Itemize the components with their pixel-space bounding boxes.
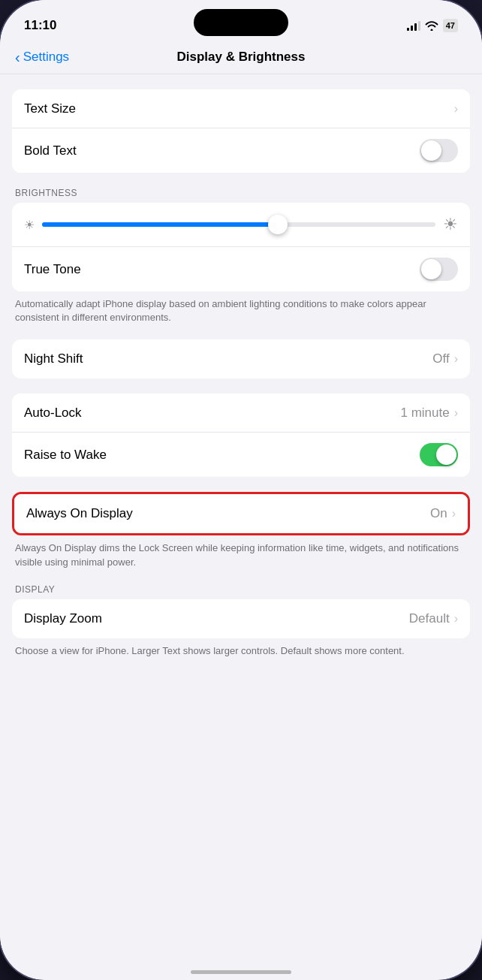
brightness-section: BRIGHTNESS ☀ ☀ — [12, 188, 470, 324]
night-shift-value: Off — [432, 351, 449, 366]
night-shift-chevron-icon: › — [454, 352, 458, 366]
phone-frame: 11:10 47 — [0, 0, 482, 980]
display-zoom-label: Display Zoom — [24, 611, 102, 626]
text-section: Text Size › Bold Text — [12, 89, 470, 173]
slider-thumb[interactable] — [268, 215, 288, 234]
text-size-chevron-icon: › — [454, 102, 458, 116]
signal-bars-icon — [407, 20, 420, 31]
display-zoom-chevron-icon: › — [454, 612, 458, 626]
always-on-display-label: Always On Display — [26, 506, 133, 521]
always-on-display-value: On — [430, 506, 447, 521]
lock-section: Auto-Lock 1 minute › Raise to Wake — [12, 394, 470, 477]
bold-text-toggle[interactable] — [420, 139, 458, 162]
night-shift-label: Night Shift — [24, 351, 83, 366]
bold-text-toggle-thumb — [421, 140, 441, 161]
home-indicator — [191, 970, 291, 974]
signal-bar-2 — [411, 26, 413, 31]
signal-bar-3 — [414, 23, 417, 31]
status-icons: 47 — [407, 19, 458, 32]
text-size-right: › — [454, 102, 458, 116]
page-title: Display & Brightness — [177, 50, 306, 65]
nav-header: ‹ Settings Display & Brightness — [0, 41, 482, 74]
raise-to-wake-toggle[interactable] — [420, 443, 458, 466]
auto-lock-value: 1 minute — [400, 406, 449, 421]
auto-lock-right: 1 minute › — [400, 406, 458, 421]
raise-to-wake-toggle-thumb — [436, 445, 456, 465]
battery-level: 47 — [446, 21, 455, 30]
display-zoom-right: Default › — [409, 611, 458, 626]
back-label: Settings — [23, 50, 69, 65]
true-tone-description: Automatically adapt iPhone display based… — [12, 291, 470, 324]
raise-to-wake-label: Raise to Wake — [24, 448, 107, 463]
night-shift-section: Night Shift Off › — [12, 339, 470, 378]
auto-lock-row[interactable]: Auto-Lock 1 minute › — [12, 394, 470, 433]
status-time: 11:10 — [24, 18, 56, 33]
text-card: Text Size › Bold Text — [12, 89, 470, 173]
night-shift-row[interactable]: Night Shift Off › — [12, 339, 470, 378]
always-on-display-right: On › — [430, 506, 456, 521]
display-zoom-description: Choose a view for iPhone. Larger Text sh… — [12, 638, 470, 658]
night-shift-right: Off › — [432, 351, 458, 366]
dynamic-island — [194, 9, 288, 36]
always-on-display-description: Always On Display dims the Lock Screen w… — [12, 535, 470, 568]
bold-text-label: Bold Text — [24, 143, 77, 158]
brightness-card: ☀ ☀ True Tone — [12, 203, 470, 291]
always-on-display-row[interactable]: Always On Display On › — [14, 494, 468, 533]
signal-bar-1 — [407, 28, 409, 31]
back-button[interactable]: ‹ Settings — [15, 50, 69, 65]
auto-lock-label: Auto-Lock — [24, 406, 82, 421]
back-chevron-icon: ‹ — [15, 50, 20, 65]
sun-small-icon: ☀ — [24, 218, 35, 232]
always-on-display-chevron-icon: › — [452, 507, 456, 520]
true-tone-label: True Tone — [24, 262, 81, 277]
bottom-spacer — [0, 658, 482, 688]
signal-bar-4 — [418, 21, 420, 31]
display-zoom-row[interactable]: Display Zoom Default › — [12, 599, 470, 638]
raise-to-wake-row: Raise to Wake — [12, 433, 470, 477]
true-tone-row: True Tone — [12, 247, 470, 291]
always-on-display-card: Always On Display On › — [12, 492, 470, 535]
auto-lock-chevron-icon: › — [454, 406, 458, 420]
text-size-label: Text Size — [24, 101, 76, 116]
display-section-label: DISPLAY — [12, 584, 470, 595]
true-tone-toggle[interactable] — [420, 258, 458, 281]
battery-container: 47 — [443, 19, 458, 32]
display-section: DISPLAY Display Zoom Default › Choose a … — [12, 584, 470, 658]
content-area: Text Size › Bold Text BR — [0, 74, 482, 972]
slider-container: ☀ ☀ — [24, 215, 458, 234]
slider-fill — [42, 222, 278, 227]
display-zoom-card: Display Zoom Default › — [12, 599, 470, 638]
night-shift-card: Night Shift Off › — [12, 339, 470, 378]
text-size-row[interactable]: Text Size › — [12, 89, 470, 128]
lock-card: Auto-Lock 1 minute › Raise to Wake — [12, 394, 470, 477]
bold-text-row: Bold Text — [12, 128, 470, 173]
brightness-slider[interactable] — [42, 222, 435, 227]
brightness-slider-row: ☀ ☀ — [12, 203, 470, 247]
display-zoom-value: Default — [409, 611, 450, 626]
true-tone-toggle-thumb — [421, 259, 441, 279]
always-on-display-section: Always On Display On › Always On Display… — [12, 492, 470, 568]
phone-screen: 11:10 47 — [0, 0, 482, 980]
wifi-icon — [425, 20, 438, 31]
brightness-section-label: BRIGHTNESS — [12, 188, 470, 198]
sun-large-icon: ☀ — [443, 215, 458, 234]
